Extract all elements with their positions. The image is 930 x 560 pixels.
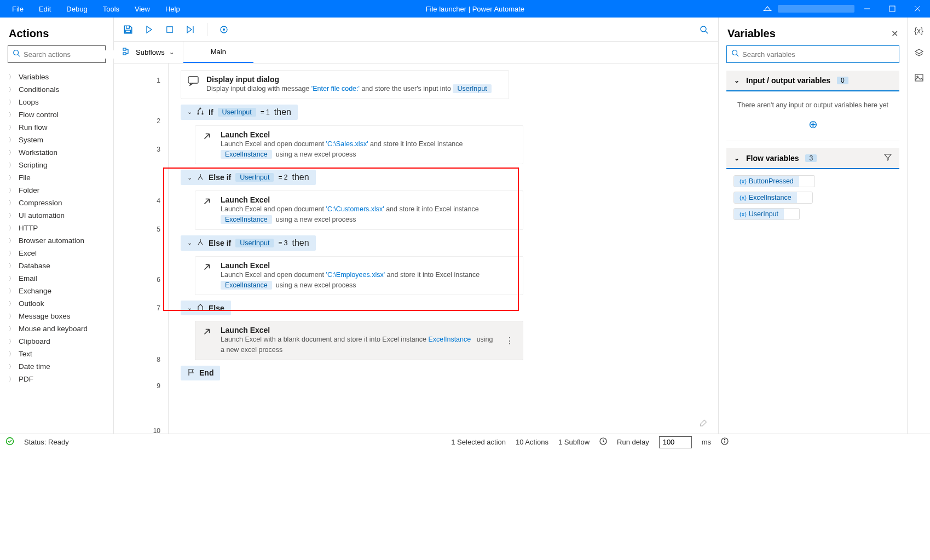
action-cat[interactable]: 〉Folder — [0, 184, 113, 197]
action-cat-label: PDF — [19, 375, 33, 383]
flow-variables-title: Flow variables — [746, 154, 799, 163]
action-cat[interactable]: 〉Database — [0, 259, 113, 272]
info-icon[interactable] — [721, 437, 729, 447]
menu-tools[interactable]: Tools — [95, 2, 127, 16]
svg-line-12 — [706, 31, 708, 33]
account-icon[interactable] — [763, 3, 772, 15]
action-cat[interactable]: 〉Clipboard — [0, 335, 113, 348]
action-cat[interactable]: 〉Run flow — [0, 121, 113, 134]
action-cat[interactable]: 〉PDF — [0, 373, 113, 385]
close-panel-button[interactable]: ✕ — [891, 28, 898, 39]
maximize-button[interactable] — [880, 0, 905, 18]
var-x-icon: (x) — [740, 178, 747, 184]
actions-search[interactable] — [8, 45, 106, 63]
io-variables-header[interactable]: ⌄ Input / output variables 0 — [726, 71, 899, 91]
action-cat[interactable]: 〉Scripting — [0, 159, 113, 171]
chevron-right-icon: 〉 — [9, 338, 14, 345]
variable-chip: ExcelInstance — [221, 215, 272, 224]
action-cat[interactable]: 〉Flow control — [0, 108, 113, 121]
subflows-label: Subflows — [136, 48, 165, 56]
action-cat[interactable]: 〉Exchange — [0, 285, 113, 297]
subflows-dropdown[interactable]: Subflows ⌄ — [114, 42, 183, 63]
action-cat-label: Excel — [19, 249, 37, 257]
rail-layers-icon[interactable] — [914, 48, 924, 60]
account-label[interactable] — [778, 5, 854, 13]
svg-rect-21 — [915, 74, 923, 81]
menu-file[interactable]: File — [4, 2, 31, 16]
close-button[interactable] — [905, 0, 930, 18]
io-variables-body: There aren't any input or output variabl… — [726, 91, 899, 141]
more-icon[interactable]: ⋮ — [503, 336, 516, 346]
flow-step-else[interactable]: ⌄ Else — [181, 301, 712, 315]
launch-icon — [202, 195, 214, 225]
action-cat[interactable]: 〉UI automation — [0, 209, 113, 222]
action-cat[interactable]: 〉Mouse and keyboard — [0, 322, 113, 335]
record-button[interactable] — [217, 23, 230, 36]
minimize-button[interactable] — [854, 0, 880, 18]
keyword-then: then — [292, 172, 309, 182]
action-cat[interactable]: 〉System — [0, 134, 113, 146]
save-button[interactable] — [122, 23, 135, 36]
run-delay-input[interactable] — [659, 436, 692, 448]
collapse-icon[interactable]: ⌄ — [187, 174, 192, 181]
action-cat[interactable]: 〉Variables — [0, 71, 113, 83]
window-title: File launcher | Power Automate — [188, 5, 763, 13]
action-cat[interactable]: 〉Text — [0, 348, 113, 360]
collapse-icon[interactable]: ⌄ — [187, 108, 192, 116]
action-cat-label: Text — [19, 350, 32, 358]
rail-image-icon[interactable] — [914, 73, 924, 84]
action-cat[interactable]: 〉Outlook — [0, 297, 113, 310]
collapse-icon[interactable]: ⌄ — [187, 304, 192, 311]
branch-icon — [197, 173, 204, 182]
menu-edit[interactable]: Edit — [31, 2, 59, 16]
action-cat[interactable]: 〉Email — [0, 272, 113, 285]
svg-rect-7 — [167, 26, 173, 32]
line-number: 2 — [114, 117, 168, 146]
flow-step[interactable]: Display input dialog Display input dialo… — [181, 70, 712, 99]
actions-list[interactable]: 〉Variables 〉Conditionals 〉Loops 〉Flow co… — [0, 68, 113, 434]
variables-heading: Variables — [727, 27, 776, 40]
variable-item[interactable]: (x)UserInput — [734, 209, 799, 220]
action-cat[interactable]: 〉Compression — [0, 197, 113, 209]
flow-step-if[interactable]: ⌄ If UserInput = 1 then — [181, 105, 712, 120]
flow-step-end[interactable]: End — [181, 366, 712, 380]
variable-ref: ExcelInstance — [428, 336, 471, 343]
action-cat[interactable]: 〉Message boxes — [0, 310, 113, 322]
flow-step[interactable]: Launch Excel Launch Excel and open docum… — [195, 125, 712, 165]
filter-icon[interactable] — [884, 153, 892, 163]
search-flow-button[interactable] — [697, 23, 711, 36]
run-button[interactable] — [142, 23, 155, 36]
action-cat[interactable]: 〉Browser automation — [0, 234, 113, 247]
branch-icon — [197, 238, 204, 247]
rail-variables-icon[interactable]: {x} — [914, 26, 923, 35]
collapse-icon[interactable]: ⌄ — [187, 239, 192, 246]
variable-item[interactable]: (x)ExcelInstance — [734, 192, 812, 203]
stop-button[interactable] — [163, 23, 176, 36]
variables-search-input[interactable] — [742, 50, 894, 59]
flow-step-elseif[interactable]: ⌄ Else if UserInput = 2 then — [181, 170, 712, 185]
flow-variables-header[interactable]: ⌄ Flow variables 3 — [726, 148, 899, 169]
action-cat[interactable]: 〉Conditionals — [0, 83, 113, 96]
ms-label: ms — [702, 438, 711, 446]
flow-step[interactable]: Launch Excel Launch Excel and open docum… — [195, 256, 712, 296]
action-cat[interactable]: 〉Date time — [0, 360, 113, 373]
eraser-icon[interactable] — [698, 417, 708, 429]
action-cat[interactable]: 〉Excel — [0, 247, 113, 259]
menu-view[interactable]: View — [127, 2, 158, 16]
menu-help[interactable]: Help — [158, 2, 188, 16]
flow-step-elseif[interactable]: ⌄ Else if UserInput = 3 then — [181, 235, 712, 251]
action-cat-label: File — [19, 174, 31, 182]
flow-step-selected[interactable]: Launch Excel Launch Excel with a blank d… — [195, 321, 712, 360]
variable-item[interactable]: (x)ButtonPressed — [734, 176, 815, 187]
menu-debug[interactable]: Debug — [59, 2, 95, 16]
tab-main[interactable]: Main — [183, 42, 253, 63]
variables-search[interactable] — [726, 45, 899, 63]
add-io-variable-button[interactable]: ⊕ — [734, 118, 892, 131]
action-cat[interactable]: 〉HTTP — [0, 222, 113, 234]
step-button[interactable] — [184, 23, 197, 36]
flow-step[interactable]: Launch Excel Launch Excel and open docum… — [195, 190, 712, 230]
action-cat[interactable]: 〉File — [0, 171, 113, 184]
action-cat[interactable]: 〉Workstation — [0, 146, 113, 159]
actions-search-input[interactable] — [24, 50, 115, 59]
action-cat[interactable]: 〉Loops — [0, 96, 113, 108]
